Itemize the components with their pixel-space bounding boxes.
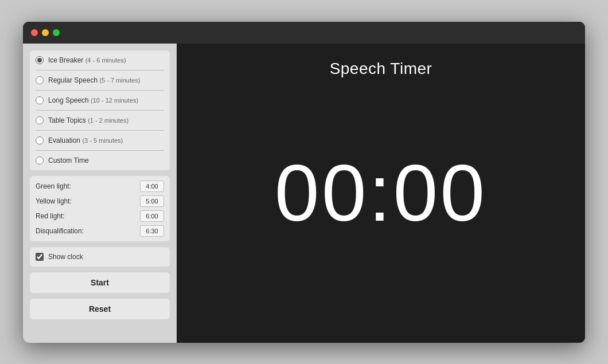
disqualification-input[interactable] (140, 225, 164, 237)
radio-ice-breaker-label: Ice Breaker (4 - 6 minutes) (48, 56, 126, 64)
main-display: Speech Timer 00:00 (177, 44, 585, 343)
radio-evaluation-input[interactable] (36, 136, 44, 144)
speech-type-group: Ice Breaker (4 - 6 minutes) Regular Spee… (30, 50, 170, 170)
radio-long-speech-input[interactable] (36, 96, 44, 104)
radio-custom-time-input[interactable] (36, 156, 44, 165)
content-area: Ice Breaker (4 - 6 minutes) Regular Spee… (23, 44, 585, 343)
radio-regular-speech-label: Regular Speech (5 - 7 minutes) (48, 76, 140, 84)
radio-custom-time-label: Custom Time (48, 156, 89, 165)
radio-ice-breaker[interactable]: Ice Breaker (4 - 6 minutes) (36, 55, 164, 65)
green-light-row: Green light: (36, 181, 164, 192)
disqualification-row: Disqualification: (36, 225, 164, 237)
radio-evaluation-label: Evaluation (3 - 5 minutes) (48, 136, 123, 144)
radio-ice-breaker-sublabel: (4 - 6 minutes) (85, 57, 126, 64)
radio-ice-breaker-input[interactable] (36, 56, 44, 64)
yellow-light-row: Yellow light: (36, 195, 164, 207)
show-clock-label: Show clock (48, 253, 83, 261)
close-button[interactable] (31, 29, 38, 36)
minimize-button[interactable] (42, 29, 49, 36)
radio-table-topics[interactable]: Table Topics (1 - 2 minutes) (36, 115, 164, 126)
red-light-row: Red light: (36, 210, 164, 222)
app-window: Ice Breaker (4 - 6 minutes) Regular Spee… (23, 22, 585, 343)
radio-long-speech-label: Long Speech (10 - 12 minutes) (48, 96, 138, 104)
light-settings-group: Green light: Yellow light: Red light: Di… (30, 176, 170, 241)
timer-display: 00:00 (275, 153, 487, 233)
yellow-light-input[interactable] (140, 195, 164, 207)
titlebar (23, 22, 585, 44)
radio-long-speech-sublabel: (10 - 12 minutes) (91, 97, 138, 104)
yellow-light-label: Yellow light: (36, 197, 72, 205)
radio-table-topics-sublabel: (1 - 2 minutes) (88, 117, 128, 124)
red-light-label: Red light: (36, 212, 65, 220)
radio-table-topics-input[interactable] (36, 116, 44, 124)
radio-long-speech[interactable]: Long Speech (10 - 12 minutes) (36, 95, 164, 105)
start-button[interactable]: Start (30, 272, 170, 293)
radio-table-topics-label: Table Topics (1 - 2 minutes) (48, 116, 128, 124)
red-light-input[interactable] (140, 210, 164, 222)
sidebar: Ice Breaker (4 - 6 minutes) Regular Spee… (23, 44, 177, 343)
app-title: Speech Timer (177, 60, 585, 78)
radio-custom-time[interactable]: Custom Time (36, 155, 164, 166)
radio-evaluation-sublabel: (3 - 5 minutes) (82, 137, 123, 144)
radio-regular-speech[interactable]: Regular Speech (5 - 7 minutes) (36, 75, 164, 85)
green-light-label: Green light: (36, 182, 71, 190)
radio-regular-speech-input[interactable] (36, 76, 44, 84)
maximize-button[interactable] (53, 29, 60, 36)
green-light-input[interactable] (140, 181, 164, 192)
show-clock-checkbox[interactable] (36, 253, 44, 261)
traffic-lights (31, 29, 60, 36)
reset-button[interactable]: Reset (30, 299, 170, 319)
disqualification-label: Disqualification: (36, 227, 84, 235)
radio-regular-speech-sublabel: (5 - 7 minutes) (99, 77, 140, 84)
show-clock-row[interactable]: Show clock (30, 247, 170, 267)
radio-evaluation[interactable]: Evaluation (3 - 5 minutes) (36, 135, 164, 146)
